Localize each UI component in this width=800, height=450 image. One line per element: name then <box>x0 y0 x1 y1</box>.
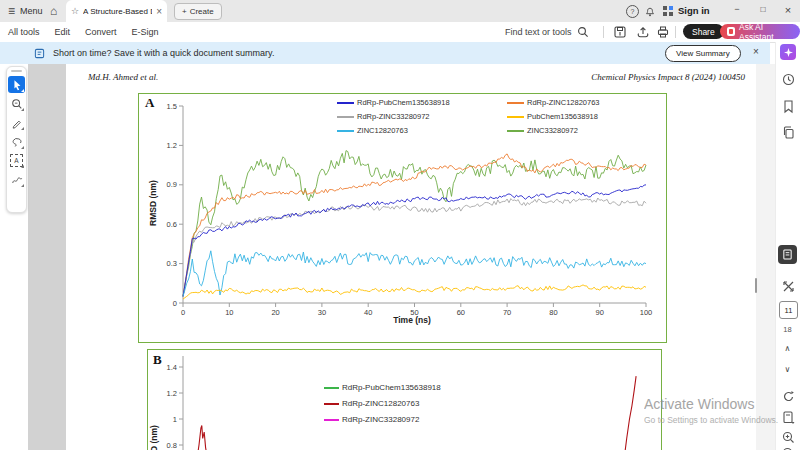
legend-label: ZINC12820763 <box>357 126 408 135</box>
ask-ai-label: Ask AI Assistant <box>739 22 793 42</box>
previous-page-chevron-up-icon[interactable]: ∧ <box>779 344 796 353</box>
next-page-chevron-down-icon[interactable]: ∨ <box>779 365 796 374</box>
tab-esign[interactable]: E-Sign <box>132 27 159 37</box>
document-summary-icon <box>34 48 45 59</box>
hamburger-icon: ≡ <box>8 5 15 17</box>
create-tab-button[interactable]: + Create <box>174 3 222 20</box>
y-tick-label: 0.8 <box>167 441 177 450</box>
y-tick-label: 1.2 <box>167 141 177 150</box>
toolbar-divider <box>603 26 604 38</box>
panel-b-label: B <box>153 352 162 368</box>
find-text-control[interactable]: Find text or tools <box>505 22 589 42</box>
toolbar-divider <box>675 26 676 38</box>
tab-close-icon[interactable]: × <box>156 6 162 17</box>
y-tick-label: 0.6 <box>167 220 177 229</box>
tab-all-tools[interactable]: All tools <box>8 27 40 37</box>
window-minimize-button[interactable]: − <box>730 4 744 14</box>
panel-drag-handle[interactable] <box>11 70 22 72</box>
page-icon <box>782 249 793 260</box>
legend-swatch <box>324 387 339 389</box>
chart-b-ylabel: RMSD (nm) <box>149 378 159 450</box>
zoom-in-icon[interactable] <box>781 430 796 445</box>
legend-swatch <box>337 130 354 132</box>
legend-label: ZINC33280972 <box>527 126 578 135</box>
legend-swatch <box>507 116 524 118</box>
print-icon[interactable] <box>656 25 670 39</box>
pen-tool-button[interactable] <box>8 114 25 131</box>
x-tick-label: 80 <box>549 308 557 317</box>
series-line-PubChem135638918 <box>183 285 646 299</box>
y-tick-label: 1 <box>173 415 177 424</box>
tab-convert[interactable]: Convert <box>85 27 117 37</box>
x-tick-label: 100 <box>640 308 653 317</box>
quick-toolbar: All tools Edit Convert E-Sign Find text … <box>0 22 800 43</box>
chart-panel-b: B RdRp-PubChem135638918 RdRp-ZINC1282076… <box>147 349 662 450</box>
search-icon <box>577 26 589 38</box>
rotate-icon[interactable] <box>781 389 796 404</box>
series-line-ZINC33280972 <box>183 151 646 297</box>
collapse-icon[interactable] <box>781 279 796 294</box>
notifications-bell-icon[interactable] <box>644 5 656 17</box>
sign-tool-button[interactable] <box>8 171 25 188</box>
home-icon[interactable]: ⌂ <box>50 4 57 18</box>
legend-swatch <box>324 419 339 421</box>
window-restore-button[interactable]: □ <box>756 4 770 14</box>
legend-item: RdRp-PubChem135638918 <box>324 383 441 392</box>
share-button[interactable]: Share <box>683 24 724 39</box>
current-page-value: 11 <box>785 306 793 315</box>
text-select-tool-button[interactable]: A <box>8 152 25 169</box>
legend-item: RdRp-ZINC33280972 <box>337 112 430 121</box>
ask-ai-assistant-button[interactable]: Ask AI Assistant <box>720 24 800 39</box>
star-icon[interactable]: ☆ <box>71 6 79 16</box>
save-icon[interactable] <box>613 25 627 39</box>
legend-swatch <box>337 116 354 118</box>
find-text-label: Find text or tools <box>505 27 572 37</box>
menu-label: Menu <box>20 6 43 16</box>
chart-panel-a: A RdRp-PubChem135638918 RdRp-ZINC1282076… <box>138 93 667 343</box>
plus-icon: + <box>182 7 187 16</box>
page-thumbnails-tool-selected[interactable] <box>778 245 797 264</box>
legend-item: ZINC12820763 <box>337 126 408 135</box>
lasso-tool-button[interactable] <box>8 133 25 150</box>
history-icon[interactable] <box>781 72 796 87</box>
y-tick-label: 1.2 <box>167 389 177 398</box>
legend-label: RdRp-ZINC33280972 <box>357 112 430 121</box>
zoom-tool-button[interactable] <box>8 95 25 112</box>
banner-close-icon[interactable]: × <box>753 46 759 57</box>
paper-journal-header: Chemical Physics Impact 8 (2024) 100450 <box>400 72 745 82</box>
view-summary-button[interactable]: View Summary <box>665 45 741 62</box>
document-tab[interactable]: ☆ A Structure-Based Drug ... × <box>66 0 167 22</box>
legend-item: RdRp-ZINC33280972 <box>324 415 419 424</box>
y-tick-label: 1.4 <box>167 363 177 372</box>
upload-share-icon[interactable] <box>636 25 650 39</box>
legend-item: RdRp-ZINC12820763 <box>507 98 600 107</box>
paper-author-header: Md.H. Ahmed et al. <box>88 72 158 82</box>
current-page-input[interactable]: 11 <box>779 301 798 319</box>
help-icon[interactable]: ? <box>626 5 639 18</box>
panel-resize-handle[interactable] <box>755 278 757 293</box>
ai-assistant-panel-icon[interactable] <box>780 44 796 60</box>
apps-grid-icon[interactable] <box>662 5 674 17</box>
scrollbar-track[interactable] <box>756 64 775 450</box>
bookmark-icon[interactable] <box>781 99 796 114</box>
window-close-button[interactable]: × <box>781 4 795 16</box>
sign-in-button[interactable]: Sign in <box>678 5 710 16</box>
series-line-RdRp-ZINC12820763 <box>197 426 207 450</box>
banner-message: Short on time? Save it with a quick docu… <box>53 48 274 58</box>
legend-label: RdRp-PubChem135638918 <box>342 383 441 392</box>
legend-label: RdRp-ZINC12820763 <box>342 399 419 408</box>
total-pages-label: 18 <box>779 325 796 334</box>
zoom-out-icon[interactable] <box>781 446 796 450</box>
x-tick-label: 20 <box>271 308 279 317</box>
x-tick-label: 90 <box>596 308 604 317</box>
pages-icon[interactable] <box>781 125 796 140</box>
document-tab-title: A Structure-Based Drug ... <box>83 7 152 16</box>
page-view-options-icon[interactable] <box>781 410 796 425</box>
x-tick-label: 10 <box>225 308 233 317</box>
menu-button[interactable]: ≡ Menu <box>8 3 43 19</box>
legend-item: RdRp-PubChem135638918 <box>337 98 450 107</box>
chart-a-xlabel: Time (ns) <box>352 315 472 325</box>
legend-label: RdRp-ZINC33280972 <box>342 415 419 424</box>
select-tool-button[interactable] <box>8 76 25 93</box>
tab-edit[interactable]: Edit <box>55 27 71 37</box>
